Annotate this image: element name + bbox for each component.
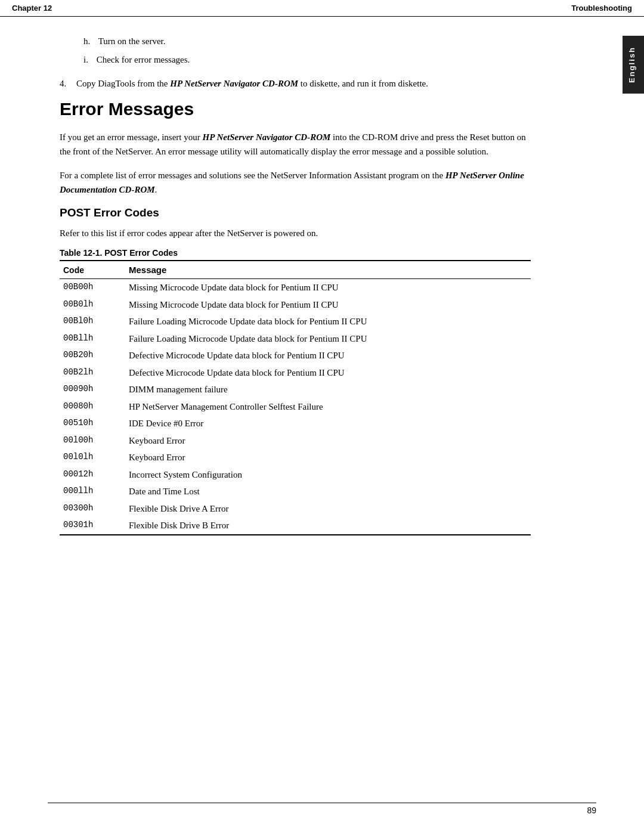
table-cell-message: IDE Device #0 Error — [125, 415, 531, 432]
table-row: 00090hDIMM management failure — [60, 381, 531, 398]
footer-line — [48, 803, 596, 803]
post-error-codes-table: Code Message 00B00hMissing Microcode Upd… — [60, 260, 531, 535]
page-container: Chapter 12 Troubleshooting English Turn … — [0, 0, 644, 833]
table-cell-code: 00l00h — [60, 432, 125, 450]
table-cell-message: Flexible Disk Drive A Error — [125, 500, 531, 518]
table-row: 00300hFlexible Disk Drive A Error — [60, 500, 531, 518]
table-cell-message: HP NetServer Management Controller Selft… — [125, 398, 531, 416]
table-cell-code: 00l0lh — [60, 449, 125, 466]
table-row: 00BllhFailure Loading Microcode Update d… — [60, 330, 531, 348]
table-cell-message: Flexible Disk Drive B Error — [125, 517, 531, 535]
table-cell-message: Missing Microcode Update data block for … — [125, 296, 531, 314]
table-row: 00B00hMissing Microcode Update data bloc… — [60, 279, 531, 296]
page-header: Chapter 12 Troubleshooting — [0, 0, 644, 17]
col-header-message: Message — [125, 261, 531, 279]
table-cell-message: Keyboard Error — [125, 432, 531, 450]
table-cell-code: 00B0lh — [60, 296, 125, 314]
table-cell-message: Defective Microcode Update data block fo… — [125, 364, 531, 382]
item-number: 4. — [60, 77, 72, 91]
table-cell-message: Date and Time Lost — [125, 483, 531, 500]
table-cell-code: 00Bl0h — [60, 313, 125, 330]
table-row: 00l00hKeyboard Error — [60, 432, 531, 450]
page-number: 89 — [587, 806, 596, 815]
table-body: 00B00hMissing Microcode Update data bloc… — [60, 279, 531, 535]
table-row: 00080hHP NetServer Management Controller… — [60, 398, 531, 416]
item-text: Copy DiagTools from the HP NetServer Nav… — [76, 77, 428, 91]
table-row: 00510hIDE Device #0 Error — [60, 415, 531, 432]
main-content: Turn on the server. Check for error mess… — [0, 17, 578, 571]
table-cell-message: Keyboard Error — [125, 449, 531, 466]
refer-text: Refer to this list if error codes appear… — [60, 227, 531, 240]
header-chapter: Chapter 12 — [12, 4, 52, 13]
bullet-h: Turn on the server. — [83, 35, 531, 48]
header-section: Troubleshooting — [571, 4, 632, 13]
post-error-codes-heading: POST Error Codes — [60, 206, 531, 219]
error-messages-para2: For a complete list of error messages an… — [60, 168, 531, 197]
table-cell-message: DIMM management failure — [125, 381, 531, 398]
table-cell-code: 00B2lh — [60, 364, 125, 382]
bullet-i: Check for error messages. — [83, 53, 531, 67]
table-row: 00B2lhDefective Microcode Update data bl… — [60, 364, 531, 382]
table-header-row: Code Message — [60, 261, 531, 279]
table-cell-code: 00B00h — [60, 279, 125, 296]
table-row: 00012hIncorrect System Configuration — [60, 466, 531, 484]
intro-bullets: Turn on the server. Check for error mess… — [83, 35, 531, 66]
col-header-code: Code — [60, 261, 125, 279]
table-row: 000llhDate and Time Lost — [60, 483, 531, 500]
table-cell-message: Missing Microcode Update data block for … — [125, 279, 531, 296]
table-cell-code: 00301h — [60, 517, 125, 535]
table-cell-code: 00080h — [60, 398, 125, 416]
table-cell-message: Incorrect System Configuration — [125, 466, 531, 484]
table-cell-code: 00Bllh — [60, 330, 125, 348]
table-cell-code: 000llh — [60, 483, 125, 500]
table-row: 00Bl0hFailure Loading Microcode Update d… — [60, 313, 531, 330]
table-cell-code: 00090h — [60, 381, 125, 398]
error-messages-heading: Error Messages — [60, 99, 531, 119]
table-cell-message: Failure Loading Microcode Update data bl… — [125, 330, 531, 348]
numbered-item-4: 4. Copy DiagTools from the HP NetServer … — [60, 77, 531, 91]
table-row: 00B0lhMissing Microcode Update data bloc… — [60, 296, 531, 314]
error-messages-para1: If you get an error message, insert your… — [60, 130, 531, 159]
table-cell-code: 00B20h — [60, 347, 125, 364]
table-row: 00301hFlexible Disk Drive B Error — [60, 517, 531, 535]
table-cell-code: 00012h — [60, 466, 125, 484]
table-row: 00l0lhKeyboard Error — [60, 449, 531, 466]
table-cell-message: Defective Microcode Update data block fo… — [125, 347, 531, 364]
table-cell-code: 00300h — [60, 500, 125, 518]
table-row: 00B20hDefective Microcode Update data bl… — [60, 347, 531, 364]
table-cell-message: Failure Loading Microcode Update data bl… — [125, 313, 531, 330]
english-tab: English — [623, 36, 644, 94]
table-cell-code: 00510h — [60, 415, 125, 432]
table-caption: Table 12-1. POST Error Codes — [60, 248, 531, 258]
